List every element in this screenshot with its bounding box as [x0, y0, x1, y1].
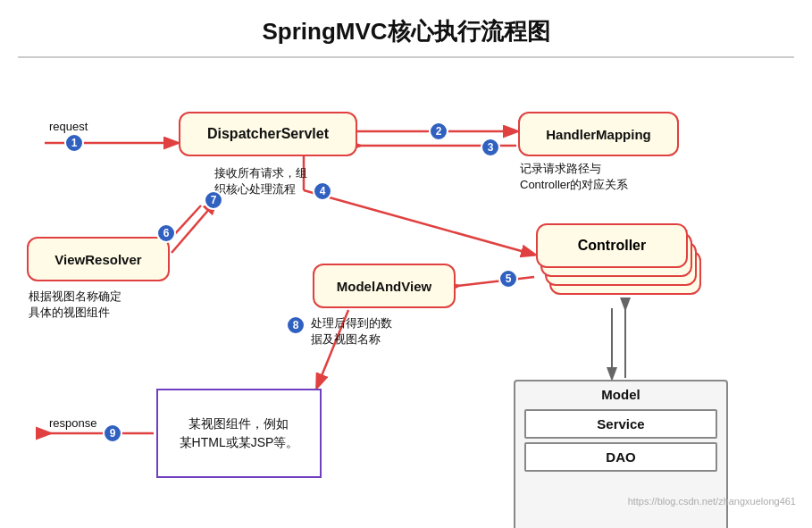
step-9-circle: 9 — [103, 423, 122, 443]
view-component-text: 某视图组件，例如 某HTML或某JSP等。 — [180, 415, 299, 452]
step-3-circle: 3 — [481, 138, 500, 157]
view-component-box: 某视图组件，例如 某HTML或某JSP等。 — [156, 389, 322, 478]
response-label: response — [49, 415, 96, 432]
service-box: Service — [524, 409, 717, 439]
page: SpringMVC核心执行流程图 — [0, 0, 812, 528]
request-label: request — [49, 119, 88, 135]
model-and-view-box: ModelAndView — [313, 264, 456, 308]
step-8-circle: 8 — [286, 315, 306, 335]
step-7-circle: 7 — [204, 190, 223, 210]
view-resolver-box: ViewResolver — [27, 237, 170, 281]
watermark: https://blog.csdn.net/zhangxuelong461 — [628, 496, 796, 507]
step-1-circle: 1 — [64, 133, 84, 153]
dao-box: DAO — [524, 442, 717, 472]
modelandview-desc-label: 处理后得到的数 据及视图名称 — [311, 315, 392, 348]
svg-line-5 — [457, 277, 534, 286]
diagram-area: DispatcherServlet HandlerMapping ViewRes… — [0, 58, 812, 514]
model-title: Model — [515, 381, 726, 406]
svg-line-4 — [304, 190, 534, 255]
step-6-circle: 6 — [156, 223, 176, 243]
handlermapping-desc-label: 记录请求路径与 Controller的对应关系 — [520, 161, 628, 193]
handler-mapping-box: HandlerMapping — [518, 112, 679, 156]
step-5-circle: 5 — [498, 269, 518, 289]
controller-box-front: Controller — [536, 223, 688, 268]
viewresolver-desc-label: 根据视图名称确定 具体的视图组件 — [29, 289, 121, 321]
dispatcher-desc-label: 接收所有请求，组 织核心处理流程 — [214, 165, 307, 197]
step-2-circle: 2 — [429, 122, 448, 141]
page-title: SpringMVC核心执行流程图 — [0, 0, 812, 56]
step-4-circle: 4 — [313, 181, 332, 201]
dispatcher-servlet-box: DispatcherServlet — [179, 112, 357, 156]
